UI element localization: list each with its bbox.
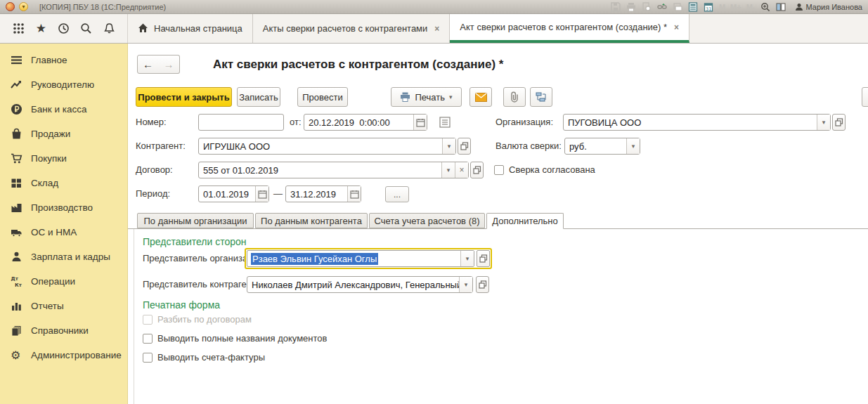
period-to-input[interactable] — [286, 186, 347, 202]
memory-mplus-button[interactable]: M+ — [730, 3, 741, 11]
organization-open-button[interactable] — [832, 114, 846, 131]
calendar-picker-icon[interactable] — [255, 186, 268, 202]
period-more-button[interactable]: ... — [385, 186, 409, 202]
sidebar-item-main[interactable]: Главное — [0, 48, 127, 72]
contract-input[interactable] — [199, 162, 441, 178]
checkbox-label: Выводить полные названия документов — [157, 333, 327, 344]
checkbox-box[interactable] — [143, 353, 153, 363]
rep-org-open-button[interactable] — [477, 250, 490, 267]
dropdown-icon[interactable]: ▾ — [626, 138, 640, 154]
tab-additional[interactable]: Дополнительно — [486, 213, 564, 229]
tab-act-create[interactable]: Акт сверки расчетов с контрагентом (созд… — [450, 14, 689, 43]
rep-org-value[interactable]: Рзаев Эльвин Гусейхан Оглы — [247, 251, 460, 266]
calculator-icon[interactable] — [688, 1, 699, 12]
tab-settlement-accounts[interactable]: Счета учета расчетов (8) — [369, 213, 485, 228]
svg-text:Дт: Дт — [11, 276, 19, 282]
tab-acts-list[interactable]: Акты сверки расчетов с контрагентами × — [253, 14, 451, 43]
sidebar-item-bank-cash[interactable]: Банк и касса — [0, 97, 127, 122]
print-icon[interactable] — [626, 1, 637, 12]
document-list-icon[interactable] — [439, 117, 451, 130]
post-button[interactable]: Провести — [297, 87, 348, 107]
sidebar-item-sales[interactable]: Продажи — [0, 122, 127, 146]
counterparty-input[interactable] — [199, 138, 442, 154]
document-structure-button[interactable] — [530, 87, 552, 107]
organization-field[interactable]: ▾ — [563, 114, 831, 131]
currency-label: Валюта сверки: — [495, 138, 562, 155]
contract-field[interactable]: ▾ × — [198, 162, 469, 178]
memory-m-button[interactable]: M — [719, 3, 725, 11]
period-from-input[interactable] — [199, 186, 255, 202]
sidebar-item-purchases[interactable]: Покупки — [0, 146, 127, 171]
current-user[interactable]: Мария Иванова — [795, 3, 862, 11]
zoom-in-icon[interactable] — [760, 1, 771, 12]
tab-home[interactable]: Начальная страница — [128, 14, 253, 43]
sidebar-item-directories[interactable]: Справочники — [0, 318, 127, 343]
tab-close-icon[interactable]: × — [674, 22, 679, 32]
counterparty-open-button[interactable] — [458, 138, 471, 155]
button-label: Провести и закрыть — [138, 92, 229, 103]
dropdown-icon[interactable]: ▾ — [442, 138, 455, 154]
data-exchange-icon[interactable] — [657, 1, 668, 12]
send-email-button[interactable] — [469, 87, 492, 107]
checkbox-box[interactable] — [494, 165, 504, 175]
back-button[interactable]: ← — [137, 55, 159, 74]
reconciliation-agreed-checkbox[interactable]: Сверка согласована — [494, 164, 595, 175]
sidebar-item-manager[interactable]: Руководителю — [0, 72, 127, 97]
number-field[interactable] — [198, 114, 284, 131]
show-invoices-checkbox[interactable]: Выводить счета-фактуры — [143, 352, 265, 363]
dropdown-icon[interactable]: ▾ — [459, 277, 472, 292]
counterparty-field[interactable]: ▾ — [198, 138, 456, 155]
calendar-icon[interactable]: 31 — [704, 1, 714, 12]
organization-input[interactable] — [564, 115, 817, 130]
notifications-icon[interactable] — [102, 22, 116, 36]
sidebar-item-production[interactable]: Производство — [0, 195, 127, 220]
all-sections-icon[interactable] — [11, 22, 25, 36]
post-and-close-button[interactable]: Провести и закрыть — [136, 87, 232, 107]
date-field[interactable] — [304, 114, 427, 131]
sidebar-item-reports[interactable]: Отчеты — [0, 294, 127, 318]
tab-by-organization-data[interactable]: По данным организации — [137, 213, 254, 228]
save-icon[interactable] — [611, 1, 621, 12]
clear-icon[interactable]: × — [455, 162, 468, 178]
date-input[interactable] — [304, 115, 413, 130]
print-copy-icon[interactable] — [673, 1, 683, 12]
number-input[interactable] — [199, 115, 283, 130]
dropdown-icon[interactable]: ▾ — [441, 162, 455, 178]
history-icon[interactable] — [57, 22, 71, 36]
period-to-field[interactable] — [285, 185, 361, 202]
currency-field[interactable]: ▾ — [564, 138, 640, 155]
sidebar-item-fixed-assets[interactable]: ОС и НМА — [0, 220, 127, 245]
sidebar-label: Покупки — [31, 153, 67, 164]
sidebar-item-payroll-hr[interactable]: Зарплата и кадры — [0, 245, 127, 269]
memory-mminus-button[interactable]: M- — [746, 3, 756, 11]
search-icon[interactable] — [79, 22, 93, 36]
currency-input[interactable] — [565, 138, 626, 154]
save-button[interactable]: Записать — [237, 87, 280, 107]
print-preview-icon[interactable] — [642, 1, 652, 12]
calendar-picker-icon[interactable] — [347, 186, 361, 202]
main-menu-button[interactable]: ▾ — [19, 2, 28, 11]
toolbar-overflow-button[interactable] — [862, 87, 868, 107]
checkbox-box[interactable] — [143, 334, 153, 344]
sidebar-item-warehouse[interactable]: Склад — [0, 171, 127, 195]
rep-org-field[interactable]: Рзаев Эльвин Гусейхан Оглы ▾ — [247, 250, 474, 267]
sidebar-item-operations[interactable]: ДтКтОперации — [0, 269, 127, 294]
attachments-button[interactable] — [503, 87, 526, 107]
tab-by-counterparty-data[interactable]: По данным контрагента — [255, 213, 368, 228]
tab-close-icon[interactable]: × — [434, 24, 439, 34]
calendar-picker-icon[interactable] — [413, 115, 427, 130]
forward-button[interactable]: → — [158, 55, 180, 74]
split-view-icon[interactable] — [776, 1, 786, 12]
dropdown-icon[interactable]: ▾ — [817, 115, 830, 130]
dropdown-icon[interactable]: ▾ — [460, 251, 474, 266]
rep-cp-value[interactable]: Николаев Дмитрий Александрович, Генераль… — [247, 277, 459, 292]
contract-open-button[interactable] — [470, 162, 484, 178]
sidebar-item-administration[interactable]: ⚙Администрирование — [0, 343, 127, 367]
period-from-field[interactable] — [198, 185, 269, 202]
full-document-names-checkbox[interactable]: Выводить полные названия документов — [143, 333, 327, 344]
rep-cp-field[interactable]: Николаев Дмитрий Александрович, Генераль… — [247, 276, 473, 293]
structure-icon — [536, 91, 547, 103]
print-button[interactable]: Печать ▾ — [391, 87, 462, 107]
favorites-icon[interactable]: ★ — [34, 22, 48, 36]
rep-cp-open-button[interactable] — [476, 276, 489, 293]
